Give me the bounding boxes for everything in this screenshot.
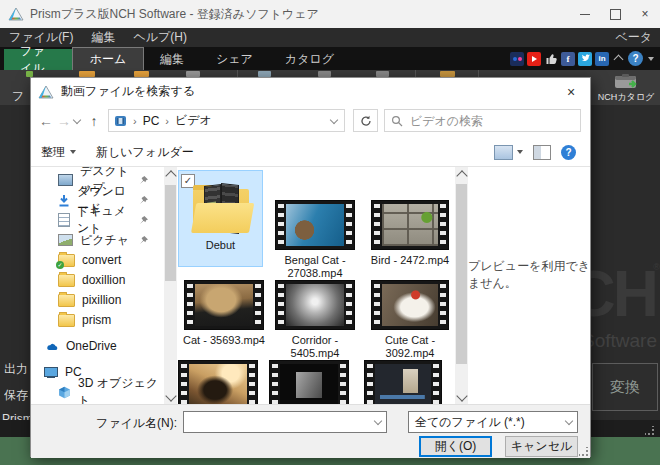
- flickr-icon[interactable]: [510, 52, 524, 66]
- scroll-up-icon[interactable]: [456, 170, 467, 181]
- breadcrumb[interactable]: › PC › ビデオ: [108, 109, 345, 132]
- file-item-cute-cat[interactable]: Cute Cat - 3092.mp4: [364, 280, 455, 360]
- chevron-down-icon: [564, 417, 572, 425]
- thumbs-up-icon[interactable]: [544, 52, 558, 66]
- file-item-bengal-cat[interactable]: Bengal Cat - 27038.mp4: [269, 200, 361, 280]
- output-label-partial: 出力: [4, 361, 28, 378]
- cancel-button[interactable]: キャンセル: [505, 436, 578, 457]
- folder-tree: デスクトップ ダウンロード ドキュメント ピクチャ: [31, 167, 164, 405]
- file-item-partial[interactable]: [178, 360, 258, 405]
- tree-item-onedrive[interactable]: OneDrive: [31, 336, 164, 356]
- file-item-debut[interactable]: ✓ Debut: [178, 170, 263, 267]
- file-list-scrollbar-thumb[interactable]: [456, 184, 467, 364]
- nch-watermark-reg: ®: [653, 262, 660, 272]
- folder-icon: [58, 294, 75, 307]
- back-button[interactable]: ←: [37, 113, 55, 129]
- dialog-resize-grip[interactable]: [579, 447, 588, 456]
- view-mode-button[interactable]: [494, 145, 523, 160]
- file-item-partial[interactable]: [364, 360, 442, 405]
- tree-item-3d-objects[interactable]: 3D オブジェクト: [31, 382, 164, 402]
- filetype-value: 全てのファイル (*.*): [409, 414, 560, 431]
- synced-folder-icon: ✓: [58, 254, 75, 267]
- nch-watermark-software: Software: [582, 330, 657, 352]
- scroll-up-icon[interactable]: [165, 170, 176, 181]
- prism-app-icon: [8, 7, 24, 21]
- video-thumbnail: [275, 200, 355, 250]
- menu-edit[interactable]: 編集: [82, 29, 124, 46]
- help-icon[interactable]: ?: [628, 51, 643, 66]
- tab-file[interactable]: ファイル: [4, 49, 72, 70]
- filename-combobox: [183, 411, 387, 433]
- tree-item-pixillion[interactable]: pixillion: [31, 290, 164, 310]
- dialog-close-button[interactable]: ×: [552, 78, 590, 105]
- file-list: ✓ Debut Bengal Cat - 27038.mp4: [178, 167, 455, 405]
- pin-icon: [139, 196, 148, 205]
- dialog-help-icon[interactable]: ?: [561, 145, 576, 160]
- filename-input[interactable]: [184, 412, 369, 432]
- breadcrumb-item-pc[interactable]: PC: [143, 114, 160, 128]
- file-item-corridor[interactable]: Corridor - 5405.mp4: [269, 280, 361, 360]
- search-box: [384, 109, 581, 132]
- tree-scrollbar-thumb[interactable]: [165, 185, 176, 281]
- tree-item-documents[interactable]: ドキュメント: [31, 210, 164, 230]
- open-button[interactable]: 開く(O): [419, 436, 492, 457]
- screen: Prismプラス版NCH Software - 登録済みソフトウェア × ファイ…: [0, 0, 660, 465]
- new-folder-button[interactable]: 新しいフォルダー: [86, 144, 204, 161]
- linkedin-icon[interactable]: in: [595, 52, 609, 66]
- preview-pane: プレビューを利用できません。: [468, 167, 590, 405]
- tree-item-pictures[interactable]: ピクチャ: [31, 230, 164, 250]
- minimize-button[interactable]: [570, 0, 600, 28]
- file-item-bird[interactable]: Bird - 2472.mp4: [364, 200, 455, 267]
- scroll-down-icon[interactable]: [165, 390, 176, 401]
- maximize-button[interactable]: [600, 0, 630, 28]
- up-button[interactable]: ↑: [85, 113, 103, 129]
- tab-edit[interactable]: 編集: [144, 49, 200, 70]
- tree-item-prism[interactable]: prism: [31, 310, 164, 330]
- document-icon: [58, 213, 70, 227]
- video-thumbnail: [184, 280, 264, 330]
- tree-scrollbar[interactable]: [164, 167, 177, 405]
- tree-item-doxillion[interactable]: doxillion: [31, 270, 164, 290]
- catalog-briefcase-icon: [613, 72, 639, 91]
- facebook-icon[interactable]: f: [561, 52, 575, 66]
- prism-dialog-icon: [38, 85, 54, 99]
- filename-dropdown-button[interactable]: [369, 412, 386, 432]
- breadcrumb-item-videos[interactable]: ビデオ: [175, 112, 212, 129]
- preview-pane-toggle-icon[interactable]: [533, 145, 551, 160]
- dialog-body: デスクトップ ダウンロード ドキュメント ピクチャ: [31, 166, 590, 405]
- file-item-cat[interactable]: Cat - 35693.mp4: [178, 280, 270, 347]
- view-mode-icon: [494, 145, 513, 160]
- refresh-button[interactable]: [353, 109, 378, 132]
- pc-icon: [44, 367, 58, 378]
- file-item-partial[interactable]: [269, 360, 349, 405]
- preview-unavailable-text: プレビューを利用できません。: [468, 258, 590, 292]
- history-dropdown-icon[interactable]: [73, 116, 81, 124]
- filetype-dropdown-button[interactable]: [560, 418, 577, 426]
- address-dropdown-icon[interactable]: [330, 115, 338, 123]
- close-button[interactable]: ×: [630, 0, 660, 28]
- tree-item-convert[interactable]: ✓ convert: [31, 250, 164, 270]
- scroll-down-icon[interactable]: [456, 390, 467, 401]
- collapse-ribbon-icon[interactable]: [614, 55, 624, 65]
- tab-home[interactable]: ホーム: [72, 47, 144, 70]
- tab-share[interactable]: シェア: [200, 49, 269, 70]
- file-name: Cat - 35693.mp4: [178, 334, 270, 347]
- help-dropdown-icon[interactable]: [648, 57, 654, 61]
- menu-help[interactable]: ヘルプ(H): [124, 29, 196, 46]
- folder-thumbnail: [190, 183, 252, 235]
- menu-bar: ファイル(F) 編集 ヘルプ(H) ベータ: [0, 28, 660, 47]
- folder-icon: [58, 274, 75, 287]
- twitter-icon[interactable]: [578, 52, 592, 66]
- forward-button[interactable]: →: [55, 113, 73, 129]
- youtube-icon[interactable]: [527, 52, 541, 66]
- video-thumbnail: [269, 360, 349, 405]
- organize-menu-button[interactable]: 整理: [31, 144, 86, 161]
- file-list-scrollbar[interactable]: [455, 167, 468, 405]
- main-resize-grip[interactable]: [645, 426, 654, 435]
- convert-button[interactable]: 変換: [592, 363, 658, 411]
- tab-catalog[interactable]: カタログ: [269, 49, 350, 70]
- filetype-select[interactable]: 全てのファイル (*.*): [408, 411, 578, 433]
- breadcrumb-separator: ›: [127, 115, 143, 127]
- nch-catalog-button[interactable]: NCHカタログ: [596, 72, 656, 105]
- search-input[interactable]: [408, 113, 580, 129]
